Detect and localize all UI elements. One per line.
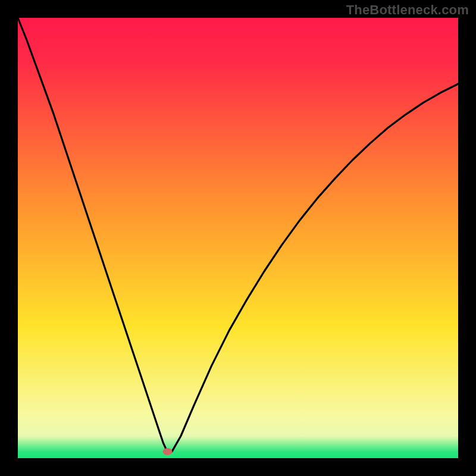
curve-layer [18,18,458,458]
bottleneck-curve [18,18,458,452]
chart-frame: TheBottleneck.com [0,0,476,476]
optimal-point-marker [163,448,173,455]
plot-area [18,18,458,458]
watermark-text: TheBottleneck.com [346,2,469,18]
